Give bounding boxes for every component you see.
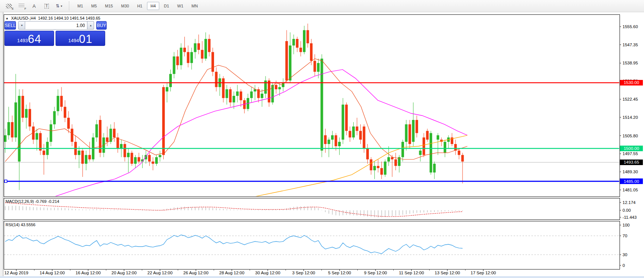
time-label[interactable]: 3 Sep 12:00	[292, 271, 315, 275]
candle-body	[190, 52, 193, 63]
volume-decrease-button[interactable]: ▼	[18, 21, 25, 30]
candle-body	[78, 151, 80, 155]
candle-body	[194, 43, 197, 52]
candle-body	[426, 131, 429, 140]
candle-body	[176, 56, 179, 65]
candle-body	[25, 109, 28, 118]
collapse-arrow-icon[interactable]: ▲	[6, 17, 9, 20]
bottom-edge-strip	[0, 276, 644, 278]
sell-price-box[interactable]: 149364	[4, 31, 54, 46]
candle-body	[405, 124, 408, 142]
time-label[interactable]: 28 Aug 12:00	[219, 271, 244, 275]
candle-body	[159, 155, 161, 157]
time-label[interactable]: 12 Aug 2019	[4, 271, 29, 275]
candle-body	[356, 127, 358, 131]
sell-price-small: 1493	[17, 38, 28, 44]
candle-body	[419, 151, 422, 155]
candle-body	[317, 63, 320, 72]
candle-body	[373, 166, 376, 170]
time-label[interactable]: 16 Aug 12:00	[76, 271, 101, 275]
chart-header: ▲ XAUUSD-,H4 1492.16 1494.10 1491.54 149…	[6, 16, 100, 20]
macd-axis-label: 0.00	[623, 208, 631, 212]
buy-price-box[interactable]: 149401	[56, 31, 105, 46]
sell-button[interactable]: SELL	[4, 21, 16, 30]
candle-body	[96, 124, 98, 137]
candle-body	[21, 96, 24, 118]
candle-body	[458, 151, 460, 155]
terminal-window: E F A T ⇅ ▼ M1M5M15M30H1H4D1W1MN 1555.60…	[0, 0, 644, 278]
candle-body	[57, 96, 59, 111]
candle-body	[366, 148, 369, 160]
candle-body	[233, 96, 235, 103]
candle-body	[408, 124, 411, 144]
candle-body	[120, 144, 123, 148]
candle-body	[43, 151, 45, 155]
macd-axis-label: 12.174	[623, 200, 636, 205]
candle-body	[113, 129, 116, 138]
candle-body	[89, 155, 91, 160]
one-click-trading-panel: SELL ▼ ▲ BUY 149364 149401	[4, 21, 107, 46]
candle-body	[36, 133, 38, 140]
volume-increase-button[interactable]: ▲	[87, 21, 94, 30]
price-tick-label: 1538.95	[623, 61, 638, 65]
candle-body	[29, 109, 31, 126]
candle-body	[60, 96, 63, 107]
macd-panel	[4, 198, 620, 220]
candle-body	[67, 118, 70, 129]
buy-button[interactable]: BUY	[96, 21, 107, 30]
hline-handle[interactable]	[4, 180, 7, 182]
candle-body	[303, 30, 306, 52]
time-label[interactable]: 11 Sep 12:00	[399, 271, 424, 275]
candle-body	[331, 135, 334, 140]
candle-body	[335, 135, 337, 146]
buy-price-big: 01	[79, 34, 92, 44]
candle-body	[215, 72, 218, 87]
time-label[interactable]: 14 Aug 12:00	[40, 271, 65, 275]
candle-body	[110, 129, 112, 142]
volume-input[interactable]	[25, 21, 87, 30]
candle-body	[11, 122, 14, 137]
time-axis: 12 Aug 201914 Aug 12:0016 Aug 12:0020 Au…	[4, 269, 496, 275]
candle-body	[286, 41, 288, 80]
candle-body	[289, 46, 291, 81]
time-label[interactable]: 17 Sep 12:00	[471, 271, 496, 275]
sell-price-big: 64	[28, 34, 41, 44]
price-tick-label: 1481.05	[623, 188, 638, 192]
price-tick-label: 1522.45	[623, 97, 638, 101]
candle-body	[197, 43, 200, 50]
candle-body	[106, 137, 109, 142]
rsi-axis-label: 30	[623, 252, 627, 257]
time-label[interactable]: 26 Aug 12:00	[183, 271, 208, 275]
time-label[interactable]: 13 Sep 12:00	[435, 271, 460, 275]
time-label[interactable]: 30 Aug 12:00	[255, 271, 280, 275]
time-label[interactable]: 22 Aug 12:00	[147, 271, 173, 275]
hline-badge-text: 1485.00	[624, 179, 639, 184]
candle-body	[293, 39, 295, 46]
time-label[interactable]: 20 Aug 12:00	[111, 271, 137, 275]
candle-body	[53, 111, 56, 124]
candle-body	[307, 30, 309, 43]
rsi-axis-label: 0	[623, 263, 625, 268]
candle-body	[180, 48, 183, 65]
candle-body	[314, 61, 316, 72]
candle-body	[18, 96, 21, 161]
candle-body	[162, 87, 165, 155]
macd-axis-label: -11.443	[623, 215, 637, 220]
candle-body	[437, 135, 439, 140]
hline-badge-text: 1500.00	[624, 146, 639, 151]
time-label[interactable]: 9 Sep 12:00	[364, 271, 387, 275]
candle-body	[433, 164, 436, 173]
candle-body	[461, 155, 464, 162]
candle-body	[377, 166, 380, 168]
rsi-panel	[4, 221, 620, 269]
hline-badge-text: 1530.00	[624, 80, 639, 85]
candle-body	[384, 161, 387, 174]
time-label[interactable]: 5 Sep 12:00	[328, 271, 351, 275]
candle-body	[204, 39, 207, 58]
candle-body	[64, 107, 66, 118]
candle-body	[310, 43, 313, 61]
price-tick-label: 1497.55	[623, 151, 638, 156]
candle-body	[278, 87, 281, 89]
candle-body	[229, 89, 232, 102]
candle-body	[300, 48, 302, 52]
